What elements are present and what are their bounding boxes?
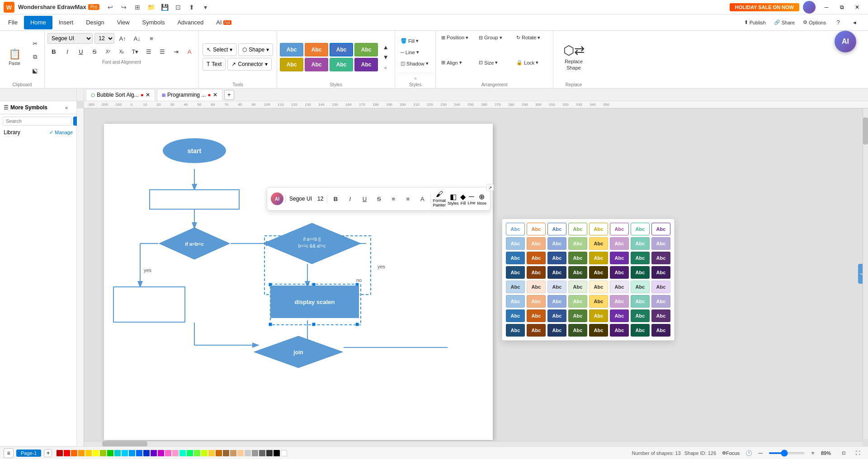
publish-btn[interactable]: ⬆ Publish xyxy=(742,17,768,28)
select-button[interactable]: ↖ Select ▾ xyxy=(203,43,236,56)
color-gray[interactable] xyxy=(252,450,258,456)
sp-1-4[interactable]: Abc xyxy=(568,223,587,235)
styles-up-btn[interactable]: ▲ xyxy=(379,42,392,52)
color-orange3[interactable] xyxy=(208,450,215,456)
sp-2-8[interactable]: Abc xyxy=(651,237,670,250)
color-magenta[interactable] xyxy=(158,450,164,456)
sp-5-8[interactable]: Abc xyxy=(651,281,670,293)
menu-home[interactable]: Home xyxy=(24,16,52,29)
paste-button[interactable]: 📋 Paste xyxy=(3,45,26,69)
color-tan[interactable] xyxy=(230,450,236,456)
style-7[interactable]: Abc xyxy=(330,58,353,71)
menu-view[interactable]: View xyxy=(111,16,136,29)
ft-text-color[interactable]: A xyxy=(416,192,429,205)
undo-btn[interactable]: ↩ xyxy=(105,2,116,13)
sp-2-1[interactable]: Abc xyxy=(506,237,525,250)
tab-2[interactable]: ⊞ Programming ... ● ✕ xyxy=(157,89,222,101)
ft-italic[interactable]: I xyxy=(344,192,356,205)
options-btn[interactable]: ⚙ Options xyxy=(801,17,828,28)
rotate-btn[interactable]: ↻ Rotate ▾ xyxy=(514,33,550,42)
sp-6-1[interactable]: Abc xyxy=(506,295,525,308)
strikethrough-btn[interactable]: S xyxy=(88,46,101,57)
template-btn[interactable]: ⊡ xyxy=(173,2,184,13)
list2-btn[interactable]: ☰ xyxy=(156,46,169,57)
more-title-btn[interactable]: ▾ xyxy=(200,2,211,13)
ft-underline[interactable]: U xyxy=(358,192,371,205)
sp-8-2[interactable]: Abc xyxy=(527,324,546,337)
sp-3-3[interactable]: Abc xyxy=(547,252,566,264)
italic-btn[interactable]: I xyxy=(61,46,74,57)
help-btn[interactable]: ? xyxy=(832,17,844,28)
sidebar-collapse-btn[interactable]: « xyxy=(60,103,73,112)
bold-btn[interactable]: B xyxy=(47,46,60,57)
sp-7-7[interactable]: Abc xyxy=(631,309,650,322)
styles-expand-bottom[interactable]: ⬦ xyxy=(398,74,433,81)
minimize-btn[interactable]: ─ xyxy=(819,2,834,13)
scrollbar-h[interactable] xyxy=(84,441,863,446)
sp-3-8[interactable]: Abc xyxy=(651,252,670,264)
style-2[interactable]: Abc xyxy=(305,43,328,56)
restore-btn[interactable]: ⧉ xyxy=(835,2,849,13)
color-yellow[interactable] xyxy=(85,450,92,456)
ai-assist-btn[interactable]: AI xyxy=(835,31,856,52)
sp-1-1[interactable]: Abc xyxy=(506,223,525,235)
sp-5-1[interactable]: Abc xyxy=(506,281,525,293)
copy-button[interactable]: ⧉ xyxy=(28,51,42,63)
sp-6-2[interactable]: Abc xyxy=(527,295,546,308)
color-yellow3[interactable] xyxy=(201,450,208,456)
sp-5-2[interactable]: Abc xyxy=(527,281,546,293)
share-title-btn[interactable]: ⬆ xyxy=(186,2,197,13)
color-lime[interactable] xyxy=(100,450,106,456)
sp-7-1[interactable]: Abc xyxy=(506,309,525,322)
zoom-out-btn[interactable]: ─ xyxy=(754,447,767,459)
sp-4-4[interactable]: Abc xyxy=(568,266,587,279)
color-mint[interactable] xyxy=(179,450,186,456)
sp-4-6[interactable]: Abc xyxy=(610,266,629,279)
focus-btn[interactable]: ⊕ Focus xyxy=(720,447,742,459)
sp-1-7[interactable]: Abc xyxy=(631,223,650,235)
style-3[interactable]: Abc xyxy=(330,43,353,56)
color-brown[interactable] xyxy=(216,450,222,456)
group-btn[interactable]: ⊟ Group ▾ xyxy=(476,33,512,42)
color-red-dark[interactable] xyxy=(57,450,63,456)
sp-2-4[interactable]: Abc xyxy=(568,237,587,250)
sp-3-4[interactable]: Abc xyxy=(568,252,587,264)
menu-file[interactable]: File xyxy=(2,16,24,29)
sp-8-7[interactable]: Abc xyxy=(631,324,650,337)
position-btn[interactable]: ⊞ Position ▾ xyxy=(439,33,475,42)
sp-2-6[interactable]: Abc xyxy=(610,237,629,250)
cut-button[interactable]: ✂ xyxy=(28,37,42,50)
color-pink[interactable] xyxy=(165,450,171,456)
sp-3-2[interactable]: Abc xyxy=(527,252,546,264)
color-gray-dark[interactable] xyxy=(259,450,265,456)
share-btn[interactable]: 🔗 Share xyxy=(772,17,797,28)
sp-1-8[interactable]: Abc xyxy=(651,223,670,235)
color-orange2[interactable] xyxy=(78,450,85,456)
color-white[interactable] xyxy=(281,450,287,456)
ft-align-center[interactable]: ≡ xyxy=(401,192,414,205)
user-avatar[interactable] xyxy=(803,1,816,14)
styles-expand-btn[interactable]: ⬦ xyxy=(379,62,392,71)
sp-5-6[interactable]: Abc xyxy=(610,281,629,293)
shape-button[interactable]: ⬡ Shape ▾ xyxy=(238,43,273,56)
save-btn[interactable]: 💾 xyxy=(159,2,170,13)
sp-4-3[interactable]: Abc xyxy=(547,266,566,279)
shadow-btn[interactable]: ◫ Shadow ▾ xyxy=(398,59,433,69)
sp-6-3[interactable]: Abc xyxy=(547,295,566,308)
style-1[interactable]: Abc xyxy=(280,43,303,56)
sp-6-5[interactable]: Abc xyxy=(589,295,608,308)
sidebar-search-input[interactable] xyxy=(3,117,71,126)
sp-8-1[interactable]: Abc xyxy=(506,324,525,337)
sp-4-2[interactable]: Abc xyxy=(527,266,546,279)
sp-8-5[interactable]: Abc xyxy=(589,324,608,337)
zoom-in-btn[interactable]: + xyxy=(807,447,819,459)
text-align-btn[interactable]: ≡ xyxy=(145,33,158,44)
expand-btn[interactable]: ◂ xyxy=(848,17,861,28)
sp-4-1[interactable]: Abc xyxy=(506,266,525,279)
ft-line-btn[interactable]: ─ Line xyxy=(467,192,475,205)
superscript-btn[interactable]: X² xyxy=(102,46,114,57)
color-red[interactable] xyxy=(64,450,70,456)
color-cyan[interactable] xyxy=(122,450,128,456)
sp-7-3[interactable]: Abc xyxy=(547,309,566,322)
new-btn[interactable]: ⊞ xyxy=(132,2,143,13)
